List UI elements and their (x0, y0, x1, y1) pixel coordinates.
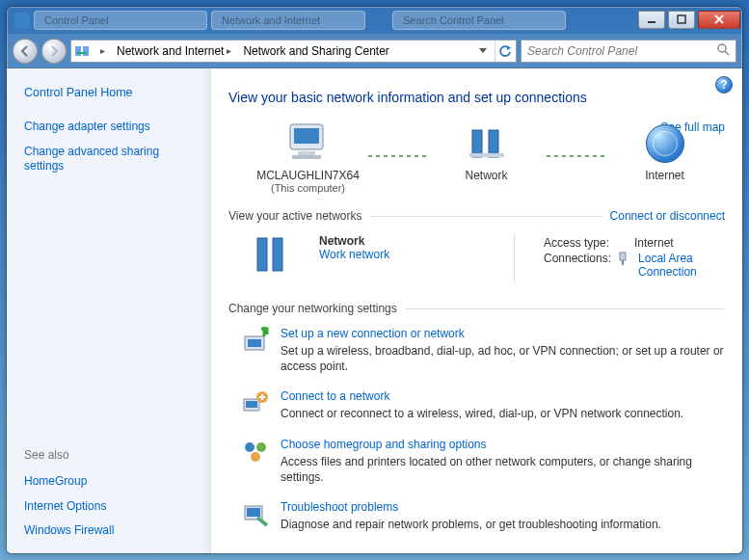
sidebar: Control Panel Home Change adapter settin… (7, 68, 211, 553)
breadcrumb-root[interactable]: ▸ (93, 40, 110, 62)
map-this-computer: MCLAUGHLIN7X64 (This computer) (248, 120, 368, 194)
homegroup-icon (242, 438, 269, 465)
window-controls (638, 11, 740, 29)
task-homegroup[interactable]: Choose homegroup and sharing optionsAcce… (242, 438, 725, 485)
breadcrumb-seg[interactable]: Network and Sharing Center (238, 40, 393, 62)
map-connector-icon (368, 155, 426, 157)
map-network: Network (426, 124, 547, 194)
window-frame: Control Panel Network and Internet Searc… (6, 6, 743, 554)
maximize-button[interactable] (668, 11, 695, 29)
svg-rect-19 (248, 339, 261, 347)
address-dropdown[interactable] (473, 40, 493, 62)
globe-icon (646, 124, 684, 163)
see-also-heading: See also (24, 448, 198, 462)
active-networks-heading: View your active networks (228, 209, 362, 223)
task-title[interactable]: Connect to a network (281, 389, 389, 403)
svg-rect-3 (83, 46, 89, 56)
content-area: Control Panel Home Change adapter settin… (7, 68, 742, 553)
breadcrumb-seg[interactable]: Network and Internet▸ (112, 40, 236, 62)
titlebar-ghost-tab: Control Panel (34, 11, 207, 30)
task-title[interactable]: Set up a new connection or network (281, 327, 465, 340)
connections-label: Connections: (544, 252, 611, 279)
connect-network-icon (242, 389, 269, 416)
sidebar-task-advanced[interactable]: Change advanced sharing settings (24, 145, 159, 173)
svg-rect-16 (620, 253, 626, 260)
svg-rect-27 (247, 508, 260, 517)
svg-rect-15 (273, 238, 282, 271)
refresh-button[interactable] (495, 40, 514, 62)
svg-point-23 (245, 442, 254, 452)
control-panel-home-link[interactable]: Control Panel Home (24, 86, 133, 99)
task-desc: Access files and printers located on oth… (281, 454, 725, 485)
titlebar-ghost-tab: Network and Internet (211, 11, 365, 30)
svg-rect-10 (292, 155, 321, 159)
svg-point-5 (718, 44, 726, 52)
network-type-link[interactable]: Work network (319, 248, 389, 261)
map-internet: Internet (604, 124, 725, 194)
setup-connection-icon (242, 327, 269, 354)
search-icon (716, 42, 730, 59)
svg-rect-12 (489, 130, 498, 157)
task-troubleshoot[interactable]: Troubleshoot problemsDiagnose and repair… (242, 500, 725, 532)
task-desc: Set up a wireless, broadband, dial-up, a… (281, 343, 725, 374)
nic-icon (617, 252, 629, 279)
search-placeholder: Search Control Panel (527, 44, 637, 58)
svg-line-6 (725, 51, 729, 55)
search-input[interactable]: Search Control Panel (521, 40, 736, 63)
svg-rect-21 (246, 401, 257, 408)
task-desc: Diagnose and repair network problems, or… (281, 517, 661, 532)
svg-rect-14 (257, 238, 267, 271)
svg-rect-8 (294, 128, 319, 144)
see-also-homegroup[interactable]: HomeGroup (24, 474, 87, 488)
svg-rect-0 (648, 21, 655, 23)
back-button[interactable] (13, 39, 38, 64)
connection-link[interactable]: Local Area Connection (638, 252, 725, 279)
task-title[interactable]: Troubleshoot problems (281, 500, 398, 514)
titlebar[interactable]: Control Panel Network and Internet Searc… (7, 7, 742, 34)
see-also-internet-options[interactable]: Internet Options (24, 499, 106, 513)
main-panel: ? View your basic network information an… (211, 68, 742, 553)
titlebar-ghost-search: Search Control Panel (392, 11, 566, 30)
network-map: MCLAUGHLIN7X64 (This computer) Network (248, 120, 725, 194)
close-button[interactable] (698, 11, 740, 29)
svg-rect-1 (678, 15, 685, 23)
minimize-button[interactable] (638, 11, 665, 29)
computer-icon (284, 120, 333, 163)
active-network-row: Network Work network Access type:Interne… (228, 228, 725, 286)
network-icon (468, 124, 506, 163)
map-connector-icon (547, 155, 604, 157)
page-title: View your basic network information and … (228, 90, 725, 105)
svg-rect-11 (472, 130, 482, 157)
titlebar-tabs: Control Panel Network and Internet Searc… (14, 11, 638, 30)
svg-point-24 (256, 442, 266, 452)
forward-button[interactable] (41, 39, 67, 64)
svg-rect-9 (298, 151, 315, 155)
network-category-icon (252, 234, 290, 280)
task-list: Set up a new connection or networkSet up… (228, 327, 725, 532)
svg-point-25 (251, 452, 260, 462)
address-bar[interactable]: ▸ Network and Internet▸ Network and Shar… (70, 40, 517, 63)
address-icon (73, 43, 91, 59)
task-desc: Connect or reconnect to a wireless, wire… (281, 406, 683, 421)
svg-rect-2 (75, 46, 81, 56)
task-setup-connection[interactable]: Set up a new connection or networkSet up… (242, 327, 725, 374)
troubleshoot-icon (242, 500, 269, 527)
access-type-label: Access type: (544, 236, 629, 250)
network-properties: Access type:Internet Connections: Local … (544, 234, 725, 280)
see-also-firewall[interactable]: Windows Firewall (24, 523, 114, 537)
task-connect-network[interactable]: Connect to a networkConnect or reconnect… (242, 389, 725, 421)
access-type-value: Internet (634, 236, 674, 250)
change-settings-heading: Change your networking settings (228, 302, 397, 315)
toolbar: ▸ Network and Internet▸ Network and Shar… (7, 34, 742, 68)
task-title[interactable]: Choose homegroup and sharing options (281, 438, 486, 451)
sidebar-task-adapter[interactable]: Change adapter settings (24, 120, 150, 133)
connect-disconnect-link[interactable]: Connect or disconnect (610, 209, 725, 223)
svg-rect-4 (77, 52, 87, 54)
help-button[interactable]: ? (715, 76, 733, 93)
window-icon (14, 13, 30, 28)
svg-rect-13 (469, 153, 504, 157)
network-name: Network (319, 234, 500, 248)
